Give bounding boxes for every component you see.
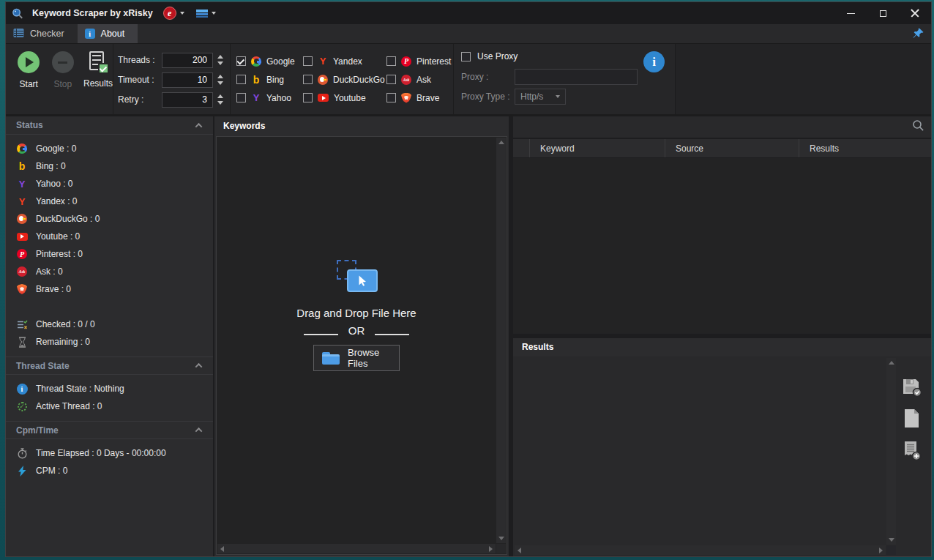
thread-state-section-header[interactable]: Thread State <box>6 356 213 375</box>
scroll-right-icon[interactable] <box>489 546 493 552</box>
duckduckgo-checkbox[interactable] <box>303 75 313 84</box>
retry-label: Retry : <box>118 94 162 105</box>
chevron-down-icon[interactable] <box>212 12 216 15</box>
start-label: Start <box>20 79 38 89</box>
google-icon <box>251 56 261 67</box>
google-checkbox[interactable] <box>236 56 246 66</box>
checked-list-icon <box>16 319 28 330</box>
scroll-left-icon[interactable] <box>518 548 521 553</box>
bing-checkbox[interactable] <box>236 75 246 84</box>
spin-down-icon[interactable] <box>217 101 223 105</box>
browse-files-button[interactable]: Browse Files <box>313 345 400 371</box>
scroll-up-icon[interactable] <box>889 361 894 365</box>
engine-label: DuckDuckGo <box>333 75 385 85</box>
tab-checker[interactable]: Checker <box>6 24 78 43</box>
status-brave: Brave : 0 <box>16 280 213 298</box>
spin-down-icon[interactable] <box>217 81 223 85</box>
blue-flag-icon[interactable] <box>196 10 208 18</box>
keywords-horizontal-scrollbar[interactable] <box>217 544 496 553</box>
red-logo-icon[interactable]: e <box>163 7 176 20</box>
engine-yahoo[interactable]: Yahoo <box>236 93 303 103</box>
spin-down-icon[interactable] <box>217 61 223 65</box>
minimize-button[interactable] <box>834 2 867 24</box>
checker-grid-icon <box>13 28 24 40</box>
brave-checkbox[interactable] <box>386 93 396 102</box>
spin-up-icon[interactable] <box>217 55 223 59</box>
ask-checkbox[interactable] <box>386 75 396 84</box>
use-proxy-checkbox[interactable] <box>461 52 471 61</box>
start-button[interactable]: Start <box>15 51 42 114</box>
spin-up-icon[interactable] <box>217 94 223 98</box>
scroll-right-icon[interactable] <box>879 548 883 553</box>
search-icon[interactable] <box>912 119 924 135</box>
proxy-type-select[interactable]: Http/s <box>515 89 566 105</box>
status-section-header[interactable]: Status <box>6 116 213 135</box>
tab-label: About <box>101 29 125 39</box>
yandex-checkbox[interactable] <box>303 56 313 66</box>
drop-zone[interactable]: Drag and Drop File Here OR Browse Files <box>217 260 496 371</box>
engine-yandex[interactable]: Yandex <box>303 56 386 67</box>
source-column-header[interactable]: Source <box>665 139 799 157</box>
retry-input[interactable] <box>162 92 213 108</box>
timeout-input[interactable] <box>162 72 213 88</box>
threads-stepper[interactable] <box>217 55 223 65</box>
maximize-button[interactable] <box>867 2 899 24</box>
close-button[interactable] <box>899 2 931 24</box>
thread-state-items: i Thread State : Nothing ✓ Active Thread… <box>6 375 213 417</box>
stop-icon <box>52 51 74 73</box>
timeout-stepper[interactable] <box>217 75 223 85</box>
scroll-down-icon[interactable] <box>889 538 894 542</box>
scroll-left-icon[interactable] <box>220 546 224 552</box>
engine-google[interactable]: Google <box>236 56 303 67</box>
thread-state-row: i Thread State : Nothing <box>16 380 213 397</box>
keyword-column-header[interactable]: Keyword <box>530 139 665 157</box>
chevron-down-icon[interactable] <box>180 12 184 15</box>
engine-brave[interactable]: Brave <box>386 93 453 103</box>
results-icon-toolbar <box>900 376 922 460</box>
engine-ask[interactable]: Ask <box>386 75 453 85</box>
tab-about[interactable]: i About <box>78 24 138 43</box>
results-table-body[interactable] <box>513 158 931 334</box>
engine-duckduckgo[interactable]: DuckDuckGo <box>303 75 386 85</box>
scroll-down-icon[interactable] <box>498 537 504 540</box>
engine-youtube[interactable]: Youtube <box>303 93 386 103</box>
cpm-row: CPM : 0 <box>16 462 213 479</box>
search-row[interactable] <box>513 116 931 139</box>
retry-stepper[interactable] <box>217 94 223 105</box>
cpm-time-section-header[interactable]: Cpm/Time <box>6 421 213 439</box>
lightning-icon <box>16 466 28 477</box>
info-icon[interactable]: i <box>643 51 665 72</box>
active-thread-icon: ✓ <box>18 402 27 411</box>
close-icon <box>911 9 919 18</box>
youtube-icon <box>17 233 28 241</box>
pin-icon[interactable] <box>913 28 924 42</box>
keywords-vertical-scrollbar[interactable] <box>496 138 506 543</box>
timeout-label: Timeout : <box>118 75 162 85</box>
results-horizontal-scrollbar[interactable] <box>515 545 886 555</box>
maximize-icon <box>880 10 886 17</box>
row-selector-column-header[interactable] <box>513 139 530 157</box>
threads-input[interactable] <box>162 53 213 68</box>
results-column-header[interactable]: Results <box>799 139 931 157</box>
yandex-icon <box>318 56 328 67</box>
titlebar: Keyword Scraper by xRisky e <box>6 2 931 24</box>
results-panel-body[interactable] <box>513 356 931 556</box>
engine-pinterest[interactable]: Pinterest <box>386 56 453 67</box>
save-check-icon[interactable] <box>900 376 922 397</box>
yahoo-icon <box>17 179 27 189</box>
spin-up-icon[interactable] <box>217 75 223 78</box>
stop-button[interactable]: Stop <box>49 51 75 114</box>
proxy-input[interactable] <box>515 69 638 85</box>
scroll-up-icon[interactable] <box>498 141 504 144</box>
yahoo-checkbox[interactable] <box>236 93 246 102</box>
toolbar-empty-area <box>676 44 931 114</box>
document-icon[interactable] <box>900 407 922 429</box>
pinterest-checkbox[interactable] <box>386 56 396 66</box>
keywords-drop-area[interactable]: Drag and Drop File Here OR Browse Files <box>216 136 507 555</box>
results-button[interactable]: Results <box>83 51 113 114</box>
add-list-icon[interactable] <box>900 438 922 460</box>
youtube-checkbox[interactable] <box>303 93 313 102</box>
results-vertical-scrollbar[interactable] <box>886 358 896 545</box>
engine-bing[interactable]: Bing <box>236 75 303 85</box>
chevron-up-icon <box>195 122 203 130</box>
